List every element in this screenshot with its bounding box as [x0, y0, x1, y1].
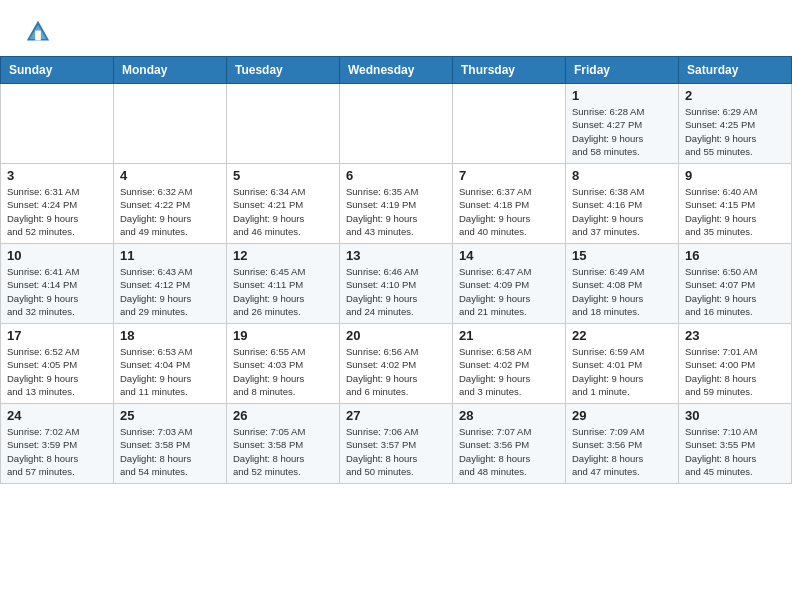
calendar-day-5: 5Sunrise: 6:34 AM Sunset: 4:21 PM Daylig… — [227, 164, 340, 244]
day-number: 18 — [120, 328, 220, 343]
calendar-day-20: 20Sunrise: 6:56 AM Sunset: 4:02 PM Dayli… — [340, 324, 453, 404]
header — [0, 0, 792, 56]
calendar-day-6: 6Sunrise: 6:35 AM Sunset: 4:19 PM Daylig… — [340, 164, 453, 244]
calendar-day-7: 7Sunrise: 6:37 AM Sunset: 4:18 PM Daylig… — [453, 164, 566, 244]
calendar-day-10: 10Sunrise: 6:41 AM Sunset: 4:14 PM Dayli… — [1, 244, 114, 324]
calendar-week-5: 24Sunrise: 7:02 AM Sunset: 3:59 PM Dayli… — [1, 404, 792, 484]
day-number: 17 — [7, 328, 107, 343]
calendar-day-18: 18Sunrise: 6:53 AM Sunset: 4:04 PM Dayli… — [114, 324, 227, 404]
day-number: 11 — [120, 248, 220, 263]
day-number: 20 — [346, 328, 446, 343]
day-info: Sunrise: 6:34 AM Sunset: 4:21 PM Dayligh… — [233, 185, 333, 238]
day-number: 19 — [233, 328, 333, 343]
calendar-day-24: 24Sunrise: 7:02 AM Sunset: 3:59 PM Dayli… — [1, 404, 114, 484]
weekday-header-sunday: Sunday — [1, 57, 114, 84]
day-info: Sunrise: 6:37 AM Sunset: 4:18 PM Dayligh… — [459, 185, 559, 238]
day-info: Sunrise: 6:46 AM Sunset: 4:10 PM Dayligh… — [346, 265, 446, 318]
calendar-day-15: 15Sunrise: 6:49 AM Sunset: 4:08 PM Dayli… — [566, 244, 679, 324]
day-number: 4 — [120, 168, 220, 183]
day-info: Sunrise: 6:38 AM Sunset: 4:16 PM Dayligh… — [572, 185, 672, 238]
calendar-day-9: 9Sunrise: 6:40 AM Sunset: 4:15 PM Daylig… — [679, 164, 792, 244]
empty-cell — [227, 84, 340, 164]
day-info: Sunrise: 6:32 AM Sunset: 4:22 PM Dayligh… — [120, 185, 220, 238]
calendar-day-14: 14Sunrise: 6:47 AM Sunset: 4:09 PM Dayli… — [453, 244, 566, 324]
day-number: 28 — [459, 408, 559, 423]
day-number: 16 — [685, 248, 785, 263]
day-info: Sunrise: 6:35 AM Sunset: 4:19 PM Dayligh… — [346, 185, 446, 238]
calendar-day-21: 21Sunrise: 6:58 AM Sunset: 4:02 PM Dayli… — [453, 324, 566, 404]
calendar-day-2: 2Sunrise: 6:29 AM Sunset: 4:25 PM Daylig… — [679, 84, 792, 164]
calendar-week-1: 1Sunrise: 6:28 AM Sunset: 4:27 PM Daylig… — [1, 84, 792, 164]
day-number: 22 — [572, 328, 672, 343]
empty-cell — [114, 84, 227, 164]
day-number: 29 — [572, 408, 672, 423]
day-number: 6 — [346, 168, 446, 183]
day-info: Sunrise: 6:29 AM Sunset: 4:25 PM Dayligh… — [685, 105, 785, 158]
weekday-header-monday: Monday — [114, 57, 227, 84]
day-info: Sunrise: 6:31 AM Sunset: 4:24 PM Dayligh… — [7, 185, 107, 238]
weekday-header-wednesday: Wednesday — [340, 57, 453, 84]
empty-cell — [453, 84, 566, 164]
calendar-week-2: 3Sunrise: 6:31 AM Sunset: 4:24 PM Daylig… — [1, 164, 792, 244]
weekday-header-thursday: Thursday — [453, 57, 566, 84]
calendar-day-22: 22Sunrise: 6:59 AM Sunset: 4:01 PM Dayli… — [566, 324, 679, 404]
day-number: 7 — [459, 168, 559, 183]
day-info: Sunrise: 7:03 AM Sunset: 3:58 PM Dayligh… — [120, 425, 220, 478]
day-info: Sunrise: 6:58 AM Sunset: 4:02 PM Dayligh… — [459, 345, 559, 398]
calendar-day-3: 3Sunrise: 6:31 AM Sunset: 4:24 PM Daylig… — [1, 164, 114, 244]
day-number: 27 — [346, 408, 446, 423]
calendar-table: SundayMondayTuesdayWednesdayThursdayFrid… — [0, 56, 792, 484]
calendar-day-11: 11Sunrise: 6:43 AM Sunset: 4:12 PM Dayli… — [114, 244, 227, 324]
day-number: 15 — [572, 248, 672, 263]
day-info: Sunrise: 6:59 AM Sunset: 4:01 PM Dayligh… — [572, 345, 672, 398]
calendar-day-17: 17Sunrise: 6:52 AM Sunset: 4:05 PM Dayli… — [1, 324, 114, 404]
day-info: Sunrise: 7:09 AM Sunset: 3:56 PM Dayligh… — [572, 425, 672, 478]
day-info: Sunrise: 6:41 AM Sunset: 4:14 PM Dayligh… — [7, 265, 107, 318]
calendar-day-8: 8Sunrise: 6:38 AM Sunset: 4:16 PM Daylig… — [566, 164, 679, 244]
day-number: 26 — [233, 408, 333, 423]
day-info: Sunrise: 7:01 AM Sunset: 4:00 PM Dayligh… — [685, 345, 785, 398]
calendar-day-28: 28Sunrise: 7:07 AM Sunset: 3:56 PM Dayli… — [453, 404, 566, 484]
day-info: Sunrise: 7:06 AM Sunset: 3:57 PM Dayligh… — [346, 425, 446, 478]
day-info: Sunrise: 6:45 AM Sunset: 4:11 PM Dayligh… — [233, 265, 333, 318]
day-info: Sunrise: 6:56 AM Sunset: 4:02 PM Dayligh… — [346, 345, 446, 398]
weekday-header-saturday: Saturday — [679, 57, 792, 84]
page: SundayMondayTuesdayWednesdayThursdayFrid… — [0, 0, 792, 484]
day-info: Sunrise: 6:55 AM Sunset: 4:03 PM Dayligh… — [233, 345, 333, 398]
day-number: 9 — [685, 168, 785, 183]
day-info: Sunrise: 6:40 AM Sunset: 4:15 PM Dayligh… — [685, 185, 785, 238]
svg-rect-2 — [35, 31, 41, 41]
day-number: 12 — [233, 248, 333, 263]
calendar-day-16: 16Sunrise: 6:50 AM Sunset: 4:07 PM Dayli… — [679, 244, 792, 324]
day-number: 10 — [7, 248, 107, 263]
calendar-day-13: 13Sunrise: 6:46 AM Sunset: 4:10 PM Dayli… — [340, 244, 453, 324]
day-info: Sunrise: 6:53 AM Sunset: 4:04 PM Dayligh… — [120, 345, 220, 398]
day-info: Sunrise: 6:28 AM Sunset: 4:27 PM Dayligh… — [572, 105, 672, 158]
day-number: 21 — [459, 328, 559, 343]
day-number: 5 — [233, 168, 333, 183]
day-info: Sunrise: 6:43 AM Sunset: 4:12 PM Dayligh… — [120, 265, 220, 318]
calendar-day-26: 26Sunrise: 7:05 AM Sunset: 3:58 PM Dayli… — [227, 404, 340, 484]
day-info: Sunrise: 6:49 AM Sunset: 4:08 PM Dayligh… — [572, 265, 672, 318]
day-number: 1 — [572, 88, 672, 103]
day-number: 25 — [120, 408, 220, 423]
calendar-header: SundayMondayTuesdayWednesdayThursdayFrid… — [1, 57, 792, 84]
calendar-body: 1Sunrise: 6:28 AM Sunset: 4:27 PM Daylig… — [1, 84, 792, 484]
day-info: Sunrise: 6:52 AM Sunset: 4:05 PM Dayligh… — [7, 345, 107, 398]
logo — [24, 18, 54, 46]
calendar-day-29: 29Sunrise: 7:09 AM Sunset: 3:56 PM Dayli… — [566, 404, 679, 484]
calendar-day-27: 27Sunrise: 7:06 AM Sunset: 3:57 PM Dayli… — [340, 404, 453, 484]
calendar-week-3: 10Sunrise: 6:41 AM Sunset: 4:14 PM Dayli… — [1, 244, 792, 324]
day-number: 24 — [7, 408, 107, 423]
day-info: Sunrise: 7:05 AM Sunset: 3:58 PM Dayligh… — [233, 425, 333, 478]
day-info: Sunrise: 7:07 AM Sunset: 3:56 PM Dayligh… — [459, 425, 559, 478]
weekday-header-tuesday: Tuesday — [227, 57, 340, 84]
calendar-day-23: 23Sunrise: 7:01 AM Sunset: 4:00 PM Dayli… — [679, 324, 792, 404]
logo-icon — [24, 18, 52, 46]
day-number: 3 — [7, 168, 107, 183]
day-number: 23 — [685, 328, 785, 343]
day-number: 13 — [346, 248, 446, 263]
empty-cell — [340, 84, 453, 164]
calendar-week-4: 17Sunrise: 6:52 AM Sunset: 4:05 PM Dayli… — [1, 324, 792, 404]
day-number: 8 — [572, 168, 672, 183]
